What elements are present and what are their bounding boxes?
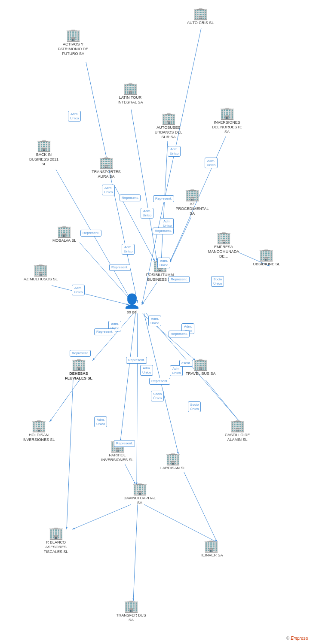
company-label: TRANSPORTES AURA SA (89, 170, 123, 179)
company-label: TRAVEL BUS SA (186, 371, 216, 376)
node-back-business: 🏢 BACK IN BUSINESS 2011 SL (27, 140, 61, 166)
building-icon: 🏢 (230, 420, 245, 432)
building-icon: 🏢 (66, 29, 81, 41)
badge-represent-11: Represent. (149, 378, 170, 385)
building-icon: 🏢 (57, 225, 72, 237)
company-label: AZ PROCEDIMENTAL SA (175, 202, 209, 216)
node-autobuses: 🏢 AUTOBUSES URBANOS DEL SUR SA (151, 112, 186, 139)
badge-represent-4: Represent. (80, 230, 101, 237)
node-lardisan: 🏢 LARDISAN SL (160, 453, 186, 471)
badge-adm-unico-4: Adm.Unico (102, 185, 115, 195)
badge-adm-unico-2: Adm.Unico (168, 146, 181, 157)
badge-adm-unico-10: Adm.Unico (148, 316, 161, 326)
building-icon: 🏢 (124, 600, 139, 612)
node-mosalva: 🏢 MOSALVA SL (52, 225, 76, 243)
building-icon: 🏢 (49, 527, 64, 539)
svg-line-19 (49, 380, 80, 422)
person-icon: 👤 (123, 293, 141, 309)
badge-adm-unico-9: Adm.Unico (72, 285, 85, 295)
badge-adm-unico-1: Adm.Unico (68, 111, 81, 122)
node-teinver: 🏢 TEINVER SA (200, 540, 223, 558)
svg-line-23 (133, 504, 138, 601)
building-icon: 🏢 (166, 453, 181, 465)
badge-socio-unico-1: SocioÚnico (211, 276, 224, 287)
node-empresa-mancomunada: 🏢 EMPRESA MANCOMUNADA DE... (206, 232, 241, 258)
badge-represent-10: Represent. (126, 357, 147, 364)
svg-line-20 (67, 380, 73, 529)
node-person: 👤 po gel (123, 293, 141, 315)
svg-line-21 (206, 380, 240, 422)
node-transfer-bus: 🏢 TRANSFER BUS SA (114, 600, 148, 623)
node-holdisan: 🏢 HOLDISAN INVERSIONES SL (21, 420, 56, 442)
building-icon: 🏢 (37, 140, 52, 152)
node-az-procedimental: 🏢 AZ PROCEDIMENTAL SA (175, 189, 209, 216)
company-label: DAVINCI CAPITAL SA (123, 496, 157, 505)
badge-represent-9: Represent. (70, 350, 91, 357)
node-inversiones-nor: 🏢 INVERSIONES DEL NOROESTE SA (210, 107, 244, 134)
building-icon: 🏢 (161, 112, 176, 125)
svg-line-24 (72, 504, 131, 529)
company-label: LARDISAN SL (160, 466, 186, 471)
svg-line-10 (52, 286, 129, 305)
company-label: OBSIDIONE SL (253, 262, 280, 267)
company-label: AZ MULTIUSOS SL (24, 277, 58, 282)
badge-represent-12: Represent. (114, 440, 135, 447)
node-az-multiusos: 🏢 AZ MULTIUSOS SL (24, 264, 58, 282)
badge-represent-3: Represent. (153, 228, 174, 234)
node-latin-tour: 🏢 LATIN TOUR INTEGRAL SA (113, 82, 147, 105)
badge-adm-unico-3: Adm.Unico (205, 158, 218, 168)
building-icon: 🏢 (259, 249, 274, 261)
building-icon: 🏢 (33, 264, 48, 276)
company-label: LATIN TOUR INTEGRAL SA (113, 95, 147, 105)
badge-adm-unico-8: Adm.Unico (157, 258, 170, 268)
badge-adm-unico-14: Adm.Unico (170, 365, 183, 376)
svg-line-16 (137, 313, 138, 485)
building-icon-highlighted: 🏢 (71, 358, 86, 371)
company-label: TRANSFER BUS SA (114, 613, 148, 623)
node-r-blanco: 🏢 R BLANCO ASESORES FISCALES SL (39, 527, 73, 554)
node-activos: 🏢 ACTIVOS Y PATRIMONIO DE FUTURO SA (56, 29, 90, 56)
building-icon: 🏢 (99, 157, 114, 169)
person-label: po gel (127, 310, 138, 315)
building-icon: 🏢 (193, 8, 208, 20)
badge-represent-5: Represent. (109, 264, 130, 271)
badge-represent-8: Represent. (169, 331, 190, 337)
svg-line-26 (184, 472, 217, 542)
badge-adm-unico-5: Adm.Unico (141, 208, 153, 219)
building-icon: 🏢 (132, 483, 147, 495)
company-label: EMPRESA MANCOMUNADA DE... (206, 245, 241, 258)
company-label: PARIHOL INVERSIONES SL (100, 453, 135, 462)
company-label: TEINVER SA (200, 553, 223, 558)
badge-represent-7: Represent. (94, 328, 115, 335)
company-label: DEHESAS FLUVIALES SL (61, 371, 96, 381)
company-label: HOLDISAN INVERSIONES SL (21, 433, 56, 442)
badge-socio-unico-2: SocioÚnico (151, 391, 164, 401)
node-transportes-aura: 🏢 TRANSPORTES AURA SA (89, 157, 123, 179)
node-obsidione: 🏢 OBSIDIONE SL (253, 249, 280, 267)
building-icon: 🏢 (193, 358, 208, 371)
node-dehesas: 🏢 DEHESAS FLUVIALES SL (61, 358, 96, 381)
company-label: AUTOBUSES URBANOS DEL SUR SA (151, 125, 186, 139)
badge-socio-unico-3: SocioÚnico (188, 401, 201, 412)
company-label: CASTILLO DE ALAMIN SL (220, 433, 255, 442)
copyright: © Empresa (286, 636, 308, 641)
company-label: MOSALVA SL (52, 238, 76, 243)
badge-adm-unico-13: Adm.Unico (140, 365, 153, 376)
svg-line-22 (125, 464, 135, 484)
building-icon: 🏢 (185, 189, 200, 201)
company-label: ACTIVOS Y PATRIMONIO DE FUTURO SA (56, 42, 90, 56)
building-icon: 🏢 (123, 82, 138, 94)
badge-adm-unico-7: Adm.Unico (122, 244, 135, 255)
building-icon: 🏢 (204, 540, 219, 552)
badge-represent-2: Represent. (153, 195, 174, 202)
svg-line-15 (120, 313, 135, 441)
badge-represent-1: Represent. (120, 194, 141, 201)
node-castillo: 🏢 CASTILLO DE ALAMIN SL (220, 420, 255, 442)
company-label: AUTO CRIS SL (187, 21, 214, 25)
building-icon: 🏢 (31, 420, 46, 432)
company-label: R BLANCO ASESORES FISCALES SL (39, 540, 73, 554)
company-label: BACK IN BUSINESS 2011 SL (27, 152, 61, 166)
badge-represent-6: Represent. (169, 276, 190, 283)
node-davinci: 🏢 DAVINCI CAPITAL SA (123, 483, 157, 505)
node-auto-cris: 🏢 AUTO CRIS SL (187, 8, 214, 25)
